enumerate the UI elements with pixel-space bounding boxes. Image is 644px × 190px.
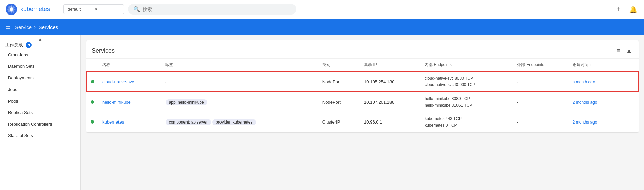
tag-chip: app: hello-minikube [166, 99, 207, 105]
type-cell: ClusterIP [318, 112, 360, 132]
sidebar-item-daemon-sets[interactable]: Daemon Sets [0, 61, 80, 72]
breadcrumb: Service > Services [15, 24, 58, 30]
content-area: Services ≡ ▲ 名称 标签 [81, 35, 644, 190]
created-cell[interactable]: 2 months ago [569, 92, 620, 112]
internal-endpoints-cell: kubernetes:443 TCPkubernetes:0 TCP [420, 112, 513, 132]
col-type: 类别 [318, 59, 360, 72]
main-layout: ▲ 工作负载 N Cron Jobs Daemon Sets Deploymen… [0, 35, 644, 190]
sidebar-item-jobs[interactable]: Jobs [0, 84, 80, 96]
logo-area: kubernetes [5, 3, 59, 16]
created-cell[interactable]: 2 months ago [569, 112, 620, 132]
more-menu-cell[interactable]: ⋮ [620, 112, 638, 132]
internal-endpoints-text: kubernetes:443 TCPkubernetes:0 TCP [425, 116, 462, 128]
tag-chip: provider: kubernetes [212, 119, 256, 125]
breadcrumb-separator: > [34, 24, 37, 30]
created-time-link[interactable]: 2 months ago [573, 120, 597, 125]
services-table: 名称 标签 类别 集群 IP 内部 Endpoints [86, 59, 639, 132]
kubernetes-logo-icon [5, 3, 18, 16]
external-endpoints-cell: - [513, 72, 569, 92]
tags-cell: app: hello-minikube [161, 92, 318, 112]
status-dot [91, 120, 94, 124]
service-name-link[interactable]: kubernetes [102, 119, 124, 125]
namespace-selector[interactable]: default ▾ [63, 4, 124, 14]
filter-icon[interactable]: ≡ [616, 46, 622, 56]
tags-cell: component: apiserverprovider: kubernetes [161, 112, 318, 132]
type-cell: NodePort [318, 92, 360, 112]
table-row[interactable]: kubernetescomponent: apiserverprovider: … [87, 112, 638, 132]
external-endpoints-cell: - [513, 112, 569, 132]
internal-endpoints-text: hello-minikube:8080 TCPhello-minikube:31… [425, 96, 472, 107]
name-cell[interactable]: cloud-native-svc [98, 72, 161, 92]
search-input[interactable] [143, 7, 291, 12]
more-menu-button[interactable]: ⋮ [624, 118, 634, 126]
type-cell: NodePort [318, 72, 360, 92]
notification-button[interactable]: 🔔 [628, 4, 639, 15]
namespace-value: default [68, 7, 92, 12]
table-row[interactable]: hello-minikubeapp: hello-minikubeNodePor… [87, 92, 638, 112]
col-tags: 标签 [161, 59, 318, 72]
sidebar-item-replica-sets[interactable]: Replica Sets [0, 107, 80, 118]
cluster-ip-cell: 10.96.0.1 [360, 112, 420, 132]
service-name-link[interactable]: cloud-native-svc [102, 79, 134, 84]
col-name: 名称 [98, 59, 161, 72]
internal-endpoints-cell: hello-minikube:8080 TCPhello-minikube:31… [420, 92, 513, 112]
sidebar-scroll-up[interactable]: ▲ [0, 35, 80, 43]
col-external-endpoints: 外部 Endpoints [513, 59, 569, 72]
sidebar-item-pods[interactable]: Pods [0, 96, 80, 107]
status-cell [87, 72, 98, 92]
more-menu-cell[interactable]: ⋮ [620, 92, 638, 112]
breadcrumb-bar: ☰ Service > Services [0, 19, 644, 35]
created-cell[interactable]: a month ago [569, 72, 620, 92]
breadcrumb-parent[interactable]: Service [15, 24, 32, 30]
sidebar-item-replication-controllers[interactable]: Replication Controllers [0, 118, 80, 130]
more-menu-button[interactable]: ⋮ [624, 98, 634, 106]
service-name-link[interactable]: hello-minikube [102, 100, 131, 105]
sidebar-item-cron-jobs[interactable]: Cron Jobs [0, 49, 80, 61]
col-cluster-ip: 集群 IP [360, 59, 420, 72]
breadcrumb-current: Services [39, 24, 58, 30]
search-icon: 🔍 [133, 6, 140, 12]
sidebar-item-deployments[interactable]: Deployments [0, 72, 80, 84]
status-dot [91, 80, 94, 83]
table-row[interactable]: cloud-native-svc-NodePort10.105.254.130c… [87, 72, 638, 92]
more-menu-cell[interactable]: ⋮ [620, 72, 638, 92]
top-nav: kubernetes default ▾ 🔍 + 🔔 [0, 0, 644, 19]
created-time-link[interactable]: a month ago [573, 80, 595, 84]
sidebar-item-stateful-sets[interactable]: Stateful Sets [0, 130, 80, 141]
services-card: Services ≡ ▲ 名称 标签 [86, 40, 639, 132]
sort-icon[interactable]: ▲ [624, 46, 633, 56]
more-menu-button[interactable]: ⋮ [624, 78, 634, 86]
namespace-dropdown-icon: ▾ [95, 7, 120, 12]
col-created: 创建时间 ↑ [569, 59, 620, 72]
sidebar: ▲ 工作负载 N Cron Jobs Daemon Sets Deploymen… [0, 35, 81, 190]
name-cell[interactable]: kubernetes [98, 112, 161, 132]
card-title: Services [92, 47, 115, 54]
external-endpoints-cell: - [513, 92, 569, 112]
card-actions: ≡ ▲ [616, 46, 633, 56]
logo-text: kubernetes [20, 6, 50, 13]
col-actions [620, 59, 638, 72]
col-internal-endpoints: 内部 Endpoints [420, 59, 513, 72]
status-cell [87, 112, 98, 132]
cluster-ip-cell: 10.105.254.130 [360, 72, 420, 92]
menu-icon[interactable]: ☰ [5, 23, 11, 31]
internal-endpoints-text: cloud-native-svc:8080 TCPcloud-native-sv… [425, 76, 475, 87]
created-time-link[interactable]: 2 months ago [573, 100, 597, 105]
table-header-row: 名称 标签 类别 集群 IP 内部 Endpoints [87, 59, 638, 72]
col-status [87, 59, 98, 72]
top-nav-right: + 🔔 [615, 4, 639, 15]
name-cell[interactable]: hello-minikube [98, 92, 161, 112]
cluster-ip-cell: 10.107.201.188 [360, 92, 420, 112]
search-bar: 🔍 [128, 4, 296, 15]
status-dot [91, 100, 94, 104]
status-cell [87, 92, 98, 112]
card-header: Services ≡ ▲ [86, 40, 639, 59]
tags-cell: - [161, 72, 318, 92]
internal-endpoints-cell: cloud-native-svc:8080 TCPcloud-native-sv… [420, 72, 513, 92]
tag-chip: component: apiserver [166, 119, 211, 125]
add-button[interactable]: + [615, 4, 622, 15]
